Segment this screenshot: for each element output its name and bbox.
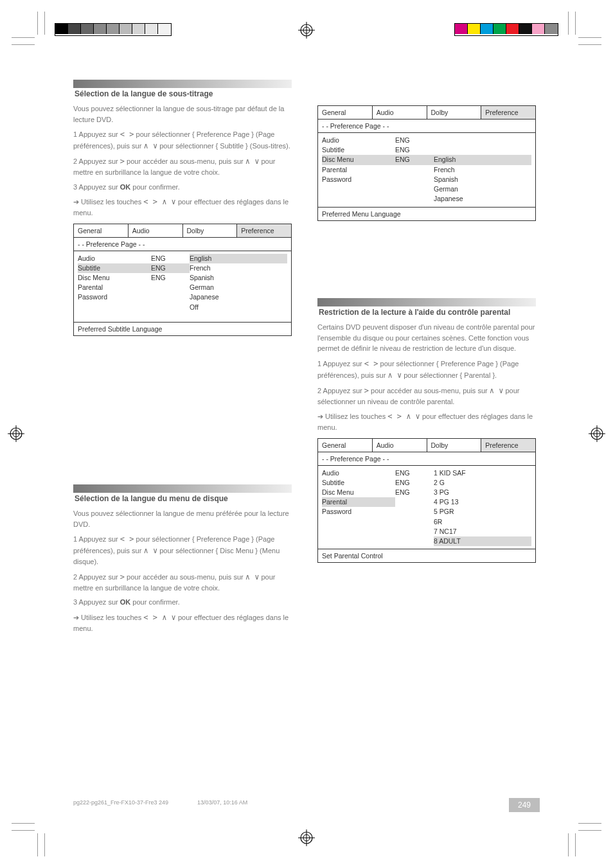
- menu-value-selected: ENG: [395, 155, 434, 164]
- step-text: 2 Appuyez sur > pour accéder au sous-men…: [73, 155, 292, 178]
- menu-row: Subtitle: [322, 145, 395, 155]
- menu-tab: Audio: [373, 439, 427, 452]
- crop-mark: [578, 830, 601, 831]
- menu-row-selected: Subtitle: [78, 263, 151, 273]
- menu-tab-active: Preference: [481, 106, 535, 120]
- menu-row: Audio: [322, 136, 395, 145]
- right-arrow-icon: >: [364, 386, 369, 395]
- section-title-parental: Restriction de la lecture à l'aide du co…: [317, 308, 536, 317]
- menu-row: Password: [322, 507, 395, 517]
- registration-mark-icon: [298, 22, 315, 39]
- crop-mark: [12, 44, 35, 45]
- menu-tab: Audio: [373, 106, 427, 120]
- menu-page-title: - - Preference Page - -: [318, 120, 535, 133]
- gradient-divider-icon: [73, 80, 292, 88]
- menu-footer-hint: Set Parental Control: [318, 549, 535, 562]
- step-text: 1 Appuyez sur < > pour sélectionner { Pr…: [317, 358, 536, 381]
- crop-mark: [12, 37, 35, 38]
- note-text: ➔ Utilisez les touches < > ∧ ∨ pour effe…: [317, 411, 536, 433]
- menu-option-selected: 8 ADULT: [434, 536, 531, 546]
- menu-value-selected: ENG: [151, 263, 190, 273]
- body-text: Certains DVD peuvent disposer d'un nivea…: [317, 322, 536, 354]
- crop-mark: [568, 833, 569, 856]
- menu-row: Parental: [78, 283, 151, 292]
- menu-row: Subtitle: [322, 478, 395, 488]
- menu-screenshot-parental: General Audio Dolby Preference - - Prefe…: [317, 438, 536, 563]
- menu-tab: General: [74, 224, 129, 238]
- body-text: Vous pouvez sélectionner la langue de me…: [73, 508, 292, 529]
- menu-option: French: [190, 263, 287, 273]
- menu-option: Japanese: [190, 292, 287, 302]
- crop-mark: [578, 823, 601, 824]
- menu-tab: Dolby: [427, 439, 482, 452]
- menu-tab: Audio: [129, 224, 183, 238]
- menu-option: 6R: [434, 517, 531, 527]
- menu-screenshot-discmenu: General Audio Dolby Preference - - Prefe…: [317, 105, 536, 221]
- note-text: ➔ Utilisez les touches < > ∧ ∨ pour effe…: [73, 612, 292, 634]
- menu-row: Disc Menu: [322, 488, 395, 497]
- menu-tab-active: Preference: [481, 439, 535, 452]
- gradient-divider-icon: [73, 484, 292, 493]
- section-title-subtitle: Sélection de la langue de sous-titrage: [73, 89, 292, 98]
- menu-option: German: [434, 184, 531, 194]
- menu-row-selected: Disc Menu: [322, 155, 395, 164]
- all-arrows-icon: < > ∧ ∨: [143, 197, 176, 206]
- crop-mark: [44, 833, 45, 856]
- up-down-arrows-icon: ∧ ∨: [245, 572, 260, 581]
- menu-tab: Dolby: [427, 106, 482, 120]
- menu-value: ENG: [395, 488, 434, 497]
- crop-mark: [575, 833, 576, 856]
- menu-option: 1 KID SAF: [434, 468, 531, 478]
- menu-row: Password: [322, 175, 395, 184]
- menu-value: ENG: [395, 145, 434, 155]
- crop-mark: [37, 833, 38, 856]
- section-title-discmenu: Sélection de la langue du menu de disque: [73, 494, 292, 503]
- step-text: 3 Appuyez sur OK pour confirmer.: [73, 182, 292, 193]
- menu-row: Parental: [322, 165, 395, 175]
- right-arrow-icon: >: [120, 572, 125, 581]
- menu-option-selected: English: [434, 155, 531, 164]
- menu-row-selected: Parental: [322, 497, 395, 507]
- step-text: 2 Appuyez sur > pour accéder au sous-men…: [73, 571, 292, 594]
- left-right-arrows-icon: < >: [120, 535, 134, 544]
- menu-tab: General: [318, 439, 373, 452]
- gradient-divider-icon: [317, 298, 536, 306]
- menu-option: 2 G: [434, 478, 531, 488]
- crop-mark: [12, 830, 35, 831]
- left-right-arrows-icon: < >: [120, 130, 134, 139]
- menu-tab: General: [318, 106, 373, 120]
- registration-mark-icon: [298, 829, 315, 846]
- menu-option: French: [434, 165, 531, 175]
- note-text: ➔ Utilisez les touches < > ∧ ∨ pour effe…: [73, 196, 292, 218]
- registration-mark-icon: [8, 425, 24, 442]
- menu-row: Audio: [78, 254, 151, 263]
- crop-mark: [575, 12, 576, 35]
- menu-tab-active: Preference: [237, 224, 291, 238]
- registration-mark-icon: [589, 425, 605, 442]
- step-text: 1 Appuyez sur < > pour sélectionner { Pr…: [73, 128, 292, 152]
- menu-option: Japanese: [434, 194, 531, 204]
- menu-option: Spanish: [190, 273, 287, 283]
- crop-mark: [44, 12, 45, 35]
- menu-page-title: - - Preference Page - -: [318, 452, 535, 466]
- menu-value: ENG: [395, 468, 434, 478]
- crop-mark: [578, 44, 601, 45]
- up-down-arrows-icon: ∧ ∨: [143, 546, 157, 555]
- up-down-arrows-icon: ∧ ∨: [387, 371, 402, 380]
- crop-mark: [37, 12, 38, 35]
- up-down-arrows-icon: ∧ ∨: [143, 141, 157, 150]
- menu-value: ENG: [151, 254, 190, 263]
- up-down-arrows-icon: ∧ ∨: [245, 157, 260, 166]
- step-text: 1 Appuyez sur < > pour sélectionner { Pr…: [73, 533, 292, 567]
- menu-tab: Dolby: [183, 224, 238, 238]
- left-right-arrows-icon: < >: [364, 359, 378, 368]
- menu-option: 5 PGR: [434, 507, 531, 517]
- crop-mark: [578, 37, 601, 38]
- crop-mark: [568, 12, 569, 35]
- menu-footer-hint: Preferred Menu Language: [318, 207, 535, 220]
- job-reference-line: pg222-pg261_Fre-FX10-37-Fre3 249 13/03/0…: [73, 799, 247, 806]
- menu-option: German: [190, 283, 287, 292]
- up-down-arrows-icon: ∧ ∨: [490, 386, 504, 395]
- menu-row: Disc Menu: [78, 273, 151, 283]
- menu-screenshot-subtitle: General Audio Dolby Preference - - Prefe…: [73, 224, 292, 336]
